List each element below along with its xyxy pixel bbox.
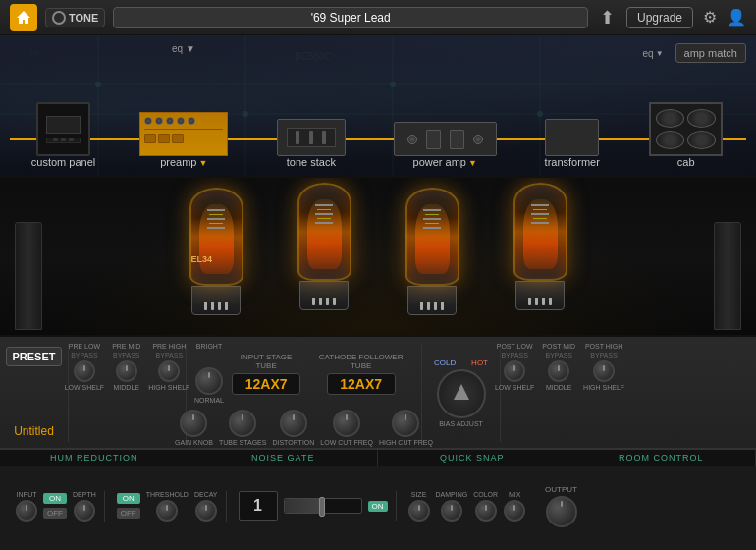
room-control-label: ROOM CONTROL	[567, 450, 757, 466]
tube-stages-knob[interactable]	[229, 410, 256, 437]
chain-item-cab[interactable]: cab	[625, 102, 746, 168]
bias-adjust-knob[interactable]	[437, 369, 486, 418]
bright-tube-section: BRIGHT NORMAL INPUT STAGE TUBE 12AX7 CAT…	[187, 343, 422, 442]
amp-match-button[interactable]: amp match	[675, 43, 746, 63]
quick-snap-label: QUICK SNAP	[378, 450, 567, 466]
damping-knob[interactable]	[441, 500, 462, 522]
power-amp-label: power amp▼	[413, 156, 477, 168]
chain-item-tone-stack[interactable]: tone stack	[250, 119, 371, 168]
post-low-knob[interactable]	[504, 360, 525, 382]
pre-eq-section: PRE LOW BYPASS LOW SHELF PRE MID BYPASS …	[69, 343, 187, 442]
preset-button[interactable]: PRESET	[6, 347, 62, 366]
bright-knob[interactable]	[195, 367, 223, 395]
tone-label: TONE	[69, 12, 98, 24]
post-high-knob[interactable]	[593, 360, 615, 382]
low-cut-freq-knob[interactable]	[333, 410, 360, 437]
pre-low-label: PRE LOW	[69, 343, 100, 350]
hum-off-button[interactable]: OFF	[43, 508, 67, 519]
cab-label: cab	[677, 156, 695, 168]
cab-image	[649, 102, 723, 156]
hum-reduction-group: INPUT ON OFF DEPTH	[8, 491, 105, 522]
snap-slider[interactable]	[284, 498, 362, 514]
noise-gate-group: ON OFF THRESHOLD DECAY	[109, 491, 227, 522]
tube-3	[393, 188, 471, 325]
hum-on-button[interactable]: ON	[43, 493, 67, 504]
tube-area: EL34	[0, 178, 756, 335]
signal-chain: BC560C 1N 2K2 eq ▼ amp match eq ▼ custom	[0, 35, 756, 178]
decay-knob[interactable]	[195, 500, 217, 522]
gain-knob[interactable]	[180, 410, 207, 437]
tone-circle-icon	[52, 11, 66, 25]
pre-high-knob[interactable]	[158, 360, 180, 382]
tube-2	[285, 183, 363, 320]
eq-preamp-button[interactable]: eq ▼	[172, 43, 195, 54]
nav-right: Upgrade ⚙ 👤	[626, 7, 746, 28]
tone-stack-label: tone stack	[287, 156, 336, 168]
pre-mid-knob[interactable]	[116, 360, 137, 382]
save-button[interactable]: ⬆	[596, 7, 619, 28]
distortion-knob[interactable]	[280, 410, 307, 437]
output-knob[interactable]	[546, 496, 577, 527]
snap-on-button[interactable]: ON	[368, 501, 388, 512]
user-button[interactable]: 👤	[727, 8, 746, 27]
depth-knob[interactable]	[74, 500, 95, 522]
top-nav: TONE '69 Super Lead ⬆ Upgrade ⚙ 👤	[0, 0, 756, 35]
side-tube-right	[714, 222, 741, 330]
custom-panel-label: custom panel	[31, 156, 95, 168]
tube-1: EL34	[177, 188, 255, 325]
color-knob[interactable]	[475, 500, 497, 522]
bottom-section-labels: HUM REDUCTION NOISE GATE QUICK SNAP ROOM…	[0, 450, 756, 466]
room-control-group: SIZE DAMPING COLOR MIX	[401, 491, 534, 522]
transformer-label: transformer	[545, 156, 600, 168]
tone-logo[interactable]: TONE	[45, 8, 105, 28]
chain-item-transformer[interactable]: transformer	[518, 119, 625, 168]
chain-item-preamp[interactable]: preamp▼	[117, 112, 250, 168]
chain-item-power-amp[interactable]: power amp▼	[371, 122, 518, 168]
size-knob[interactable]	[408, 500, 430, 522]
output-section: OUTPUT	[537, 485, 577, 527]
chain-item-custom-panel[interactable]: custom panel	[10, 102, 117, 168]
quick-snap-group: 1 ON	[231, 491, 397, 521]
tube-4	[501, 183, 579, 320]
preamp-label: preamp▼	[160, 156, 207, 168]
preset-name-value: Untitled	[14, 424, 54, 438]
input-knob[interactable]	[16, 500, 37, 522]
upgrade-button[interactable]: Upgrade	[626, 7, 693, 28]
preset-name-display[interactable]: '69 Super Lead	[113, 7, 588, 28]
settings-button[interactable]: ⚙	[703, 8, 717, 27]
cathode-tube-selector[interactable]: 12AX7	[327, 373, 396, 395]
controls-area: PRESET Untitled PRE LOW BYPASS LOW SHELF…	[0, 335, 756, 448]
noise-gate-label: NOISE GATE	[189, 450, 379, 466]
mix-knob[interactable]	[504, 500, 525, 522]
input-tube-selector[interactable]: 12AX7	[232, 373, 300, 395]
bottom-bar: HUM REDUCTION NOISE GATE QUICK SNAP ROOM…	[0, 448, 756, 546]
gate-off-button[interactable]: OFF	[117, 508, 140, 519]
post-eq-section: POST LOW BYPASS LOW SHELF POST MID BYPAS…	[501, 343, 619, 442]
pre-low-knob[interactable]	[74, 360, 95, 382]
snap-value-display[interactable]: 1	[239, 491, 278, 521]
threshold-knob[interactable]	[156, 500, 178, 522]
preset-section: PRESET Untitled	[0, 343, 69, 442]
post-mid-knob[interactable]	[548, 360, 569, 382]
bottom-controls: INPUT ON OFF DEPTH ON OFF THRESHOLD	[0, 466, 756, 546]
side-tube-left	[15, 222, 42, 330]
gate-on-button[interactable]: ON	[117, 493, 140, 504]
bias-section: COLD HOT BIAS ADJUST	[422, 343, 501, 442]
eq-button[interactable]: eq ▼	[643, 48, 664, 59]
hum-reduction-label: HUM REDUCTION	[0, 450, 189, 466]
high-cut-freq-knob[interactable]	[392, 410, 419, 437]
preamp-image	[139, 112, 228, 156]
home-button[interactable]	[10, 4, 37, 31]
